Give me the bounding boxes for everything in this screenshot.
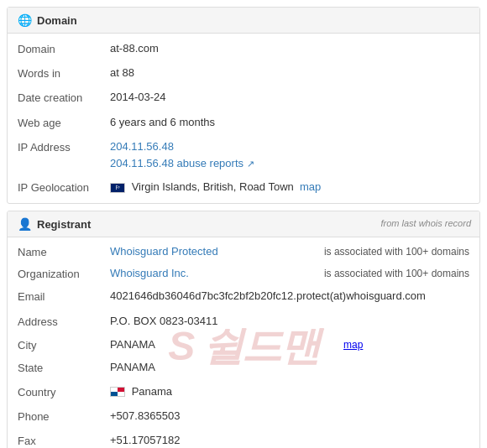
web-age-value: 6 years and 6 months: [110, 115, 469, 130]
state-row: State PANAMA: [8, 356, 479, 380]
ip-abuse-link[interactable]: 204.11.56.48 abuse reports ↗: [110, 157, 254, 169]
flag-pa-inner: [111, 388, 124, 396]
ip-address-value: 204.11.56.48 204.11.56.48 abuse reports …: [110, 139, 469, 171]
country-name: Panama: [132, 385, 172, 398]
web-age-row: Web age 6 years and 6 months: [8, 111, 479, 135]
ip-abuse-line: 204.11.56.48 abuse reports ↗: [110, 156, 469, 171]
organization-label: Organization: [18, 267, 110, 280]
email-row: Email 4021646db36046d7bc3fc2bf2b20fc12.p…: [8, 284, 479, 309]
domain-section-content: Domain at-88.com Words in at 88 Date cre…: [8, 34, 479, 203]
domain-section: 🌐 Domain Domain at-88.com Words in at 88…: [7, 7, 480, 204]
state-label: State: [18, 360, 110, 376]
external-link-icon: ↗: [247, 159, 254, 169]
city-map-col: map: [335, 338, 469, 351]
registrant-section: S 쉴드맨 👤 Registrant from last whois recor…: [7, 211, 480, 448]
email-label: Email: [18, 289, 110, 305]
organization-value: Whoisguard Inc.: [110, 267, 324, 279]
name-link[interactable]: Whoisguard Protected: [110, 245, 218, 258]
fax-value: +51.17057182: [110, 433, 469, 448]
domain-row: Domain at-88.com: [8, 37, 479, 61]
web-age-label: Web age: [18, 115, 110, 131]
fax-row: Fax +51.17057182: [8, 429, 479, 448]
words-in-row: Words in at 88: [8, 61, 479, 86]
name-row: Name Whoisguard Protected is associated …: [8, 241, 479, 263]
geo-map-link[interactable]: map: [300, 180, 321, 193]
vg-flag-icon: 🏳: [110, 183, 125, 193]
ip-geolocation-label: IP Geolocation: [18, 180, 110, 195]
globe-icon: 🌐: [18, 13, 32, 27]
address-value: P.O. BOX 0823-03411: [110, 314, 469, 329]
words-in-value: at 88: [110, 65, 469, 81]
city-value: PANAMA: [110, 338, 335, 351]
organization-row: Organization Whoisguard Inc. is associat…: [8, 263, 479, 284]
org-association: is associated with 100+ domains: [324, 267, 469, 279]
domain-section-header: 🌐 Domain: [8, 8, 479, 34]
state-value: PANAMA: [110, 360, 469, 375]
flag-pa-q3: [111, 392, 118, 396]
ip-address-row: IP Address 204.11.56.48 204.11.56.48 abu…: [8, 135, 479, 175]
address-label: Address: [18, 314, 110, 330]
date-creation-value: 2014-03-24: [110, 90, 469, 105]
country-value: Panama: [110, 384, 469, 399]
ip-abuse-link-text: 204.11.56.48 abuse reports: [110, 157, 244, 169]
date-creation-row: Date creation 2014-03-24: [8, 86, 479, 110]
fax-label: Fax: [18, 433, 110, 448]
country-row: Country Panama: [8, 380, 479, 404]
name-label: Name: [18, 245, 110, 258]
domain-section-title: Domain: [37, 14, 77, 27]
registrant-section-title: Registrant: [37, 218, 91, 231]
domain-value: at-88.com: [110, 41, 469, 56]
phone-row: Phone +507.8365503: [8, 404, 479, 429]
ip-address-link[interactable]: 204.11.56.48: [110, 139, 469, 154]
country-label: Country: [18, 384, 110, 400]
domain-label: Domain: [18, 41, 110, 57]
words-in-label: Words in: [18, 65, 110, 81]
phone-label: Phone: [18, 409, 110, 425]
from-whois-text: from last whois record: [380, 218, 471, 228]
name-association: is associated with 100+ domains: [324, 245, 469, 258]
ip-address-label: IP Address: [18, 139, 110, 155]
email-value: 4021646db36046d7bc3fc2bf2b20fc12.protect…: [110, 289, 469, 304]
address-row: Address P.O. BOX 0823-03411: [8, 310, 479, 334]
organization-link[interactable]: Whoisguard Inc.: [110, 267, 189, 279]
person-icon: 👤: [18, 217, 32, 231]
pa-flag-icon: [110, 387, 125, 397]
city-map-link[interactable]: map: [343, 339, 363, 351]
flag-pa-q4: [118, 392, 124, 396]
date-creation-label: Date creation: [18, 90, 110, 106]
city-label: City: [18, 338, 110, 352]
ip-geolocation-row: IP Geolocation 🏳 Virgin Islands, British…: [8, 175, 479, 200]
phone-value: +507.8365503: [110, 409, 469, 424]
city-row: City PANAMA map: [8, 334, 479, 356]
name-value: Whoisguard Protected: [110, 245, 324, 258]
ip-geolocation-value: 🏳 Virgin Islands, British, Road Town map: [110, 180, 469, 195]
ip-geolocation-text: Virgin Islands, British, Road Town: [132, 180, 294, 193]
registrant-section-content: Name Whoisguard Protected is associated …: [8, 237, 479, 448]
